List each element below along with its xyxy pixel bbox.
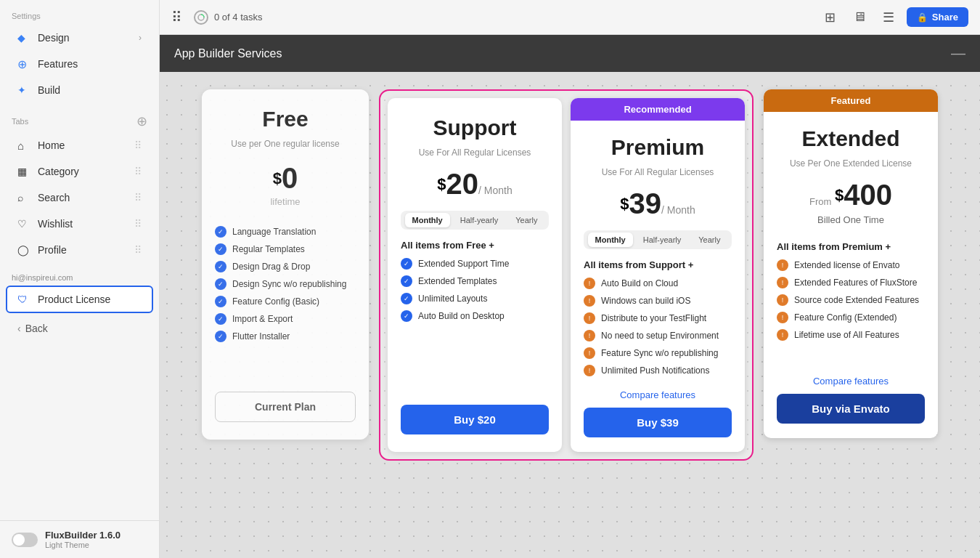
support-plan-name: Support: [401, 116, 549, 140]
premium-price-prefix: $: [620, 195, 629, 213]
monitor-icon[interactable]: 🖥: [849, 7, 870, 28]
extended-all-from: All items from Premium +: [777, 241, 925, 252]
sidebar-item-profile[interactable]: ◯ Profile ⠿: [6, 238, 153, 262]
free-plan-name: Free: [215, 107, 356, 132]
premium-plan-price: $39/ Month: [584, 185, 732, 223]
extended-features-list: !Extended license of Envato !Extended Fe…: [777, 259, 925, 341]
feature-item: ✓Flutter Installer: [215, 331, 356, 342]
features-icon: ⊕: [17, 57, 30, 70]
feature-item: !Auto Build on Cloud: [584, 278, 732, 289]
halfyearly-button[interactable]: Half-yearly: [453, 213, 506, 227]
buy-support-button[interactable]: Buy $20: [401, 405, 549, 434]
feature-item: !Unlimited Push Notifications: [584, 365, 732, 376]
support-all-from: All items from Free +: [401, 240, 549, 251]
grid-icon[interactable]: ⠿: [171, 9, 182, 26]
sidebar-item-search[interactable]: ⌕ Search ⠿: [6, 185, 153, 210]
category-label: Category: [38, 166, 79, 177]
build-label: Build: [38, 84, 60, 96]
premium-yearly-button[interactable]: Yearly: [691, 232, 727, 247]
share-label: Share: [932, 12, 958, 23]
yearly-button[interactable]: Yearly: [508, 213, 544, 227]
feature-item: !Lifetime use of All Features: [777, 329, 925, 341]
theme-label: Light Theme: [45, 541, 121, 549]
support-billing-toggle: Monthly Half-yearly Yearly: [401, 211, 549, 230]
premium-price-value: 39: [629, 187, 662, 219]
premium-plan-desc: Use For All Regular Licenses: [584, 167, 732, 177]
feature-item: !Extended license of Envato: [777, 259, 925, 271]
feature-item: !Distribute to your TestFlight: [584, 312, 732, 324]
premium-halfyearly-button[interactable]: Half-yearly: [636, 232, 689, 247]
free-period: lifetime: [215, 196, 356, 207]
sidebar-item-build[interactable]: ✦ Build: [6, 78, 153, 102]
theme-toggle[interactable]: [12, 533, 38, 547]
add-tab-icon[interactable]: ⊕: [136, 113, 147, 129]
chevron-down-icon: ›: [139, 33, 142, 43]
sidebar-item-category[interactable]: ▦ Category ⠿: [6, 159, 153, 184]
task-text: 0 of 4 tasks: [214, 12, 262, 23]
drag-handle-icon: ⠿: [134, 192, 142, 203]
wishlist-icon: ♡: [17, 217, 30, 230]
drag-handle-icon: ⠿: [134, 218, 142, 230]
tabs-label: Tabs: [12, 117, 28, 126]
task-progress[interactable]: 0 of 4 tasks: [194, 10, 262, 25]
check-icon: ✓: [215, 313, 226, 325]
user-email: hi@inspireui.com: [0, 263, 159, 285]
free-price-prefix: $: [273, 169, 282, 187]
feature-item: !Extended Features of FluxStore: [777, 277, 925, 288]
check-icon: ✓: [215, 243, 226, 255]
free-plan-card: Free Use per One regular license $0 life…: [202, 89, 369, 440]
topbar: ⠿ 0 of 4 tasks ⊞ 🖥 ☰ 🔒 Share: [160, 0, 980, 35]
orange-icon: !: [584, 347, 595, 359]
category-icon: ▦: [17, 165, 30, 178]
back-item[interactable]: ‹ Back: [6, 317, 153, 340]
sidebar-item-home[interactable]: ⌂ Home ⠿: [6, 133, 153, 158]
premium-plan-name: Premium: [584, 135, 732, 160]
free-price-value: 0: [282, 162, 298, 194]
support-price-value: 20: [446, 168, 479, 200]
feature-item: ✓Feature Config (Basic): [215, 296, 356, 307]
sidebar-item-design[interactable]: ◆ Design ›: [6, 25, 153, 50]
extended-price-from: From: [809, 196, 831, 207]
product-license-item[interactable]: 🛡 Product License: [6, 286, 153, 313]
premium-monthly-button[interactable]: Monthly: [588, 232, 633, 247]
buy-premium-button[interactable]: Buy $39: [584, 408, 732, 437]
product-license-label: Product License: [38, 294, 110, 305]
content-area: App Builder Services — Free Use per One …: [160, 35, 980, 558]
support-plan-desc: Use For All Regular Licenses: [401, 147, 549, 158]
extended-plan-name: Extended: [777, 126, 925, 151]
feature-item: !Feature Config (Extended): [777, 312, 925, 323]
sidebar-item-wishlist[interactable]: ♡ Wishlist ⠿: [6, 211, 153, 236]
check-icon: ✓: [401, 258, 412, 270]
buy-extended-button[interactable]: Buy via Envato: [777, 394, 925, 424]
settings-label: Settings: [0, 0, 159, 25]
list-icon[interactable]: ☰: [878, 7, 899, 28]
free-plan-desc: Use per One regular license: [215, 139, 356, 149]
premium-compare-link[interactable]: Compare features: [584, 389, 732, 400]
support-price-prefix: $: [437, 175, 446, 193]
screenshot-icon[interactable]: ⊞: [820, 7, 841, 28]
monthly-button[interactable]: Monthly: [405, 213, 450, 227]
extended-compare-link[interactable]: Compare features: [777, 376, 925, 387]
design-icon: ◆: [17, 31, 30, 44]
check-icon: ✓: [215, 296, 226, 307]
main-content: ⠿ 0 of 4 tasks ⊞ 🖥 ☰ 🔒 Share App Builder…: [160, 0, 980, 558]
search-label: Search: [38, 192, 70, 203]
feature-item: !Windows can build iOS: [584, 295, 732, 307]
current-plan-button[interactable]: Current Plan: [215, 392, 356, 422]
support-plan-price: $20/ Month: [401, 165, 549, 203]
pricing-area: Free Use per One regular license $0 life…: [160, 72, 980, 478]
sidebar-item-features[interactable]: ⊕ Features: [6, 52, 153, 76]
features-label: Features: [38, 58, 78, 70]
check-icon: ✓: [215, 331, 226, 342]
panel-close-button[interactable]: —: [951, 45, 965, 62]
footer-info: FluxBuilder 1.6.0 Light Theme: [45, 530, 121, 549]
sidebar-footer: FluxBuilder 1.6.0 Light Theme: [0, 520, 159, 558]
panel-header: App Builder Services —: [160, 35, 980, 72]
feature-item: ✓Design Sync w/o republishing: [215, 278, 356, 290]
share-button[interactable]: 🔒 Share: [907, 7, 968, 27]
support-features-list: ✓Extended Support Time ✓Extended Templat…: [401, 258, 549, 322]
check-icon: ✓: [215, 261, 226, 272]
orange-icon: !: [584, 365, 595, 376]
orange-icon: !: [584, 330, 595, 341]
extended-price-value: 400: [844, 179, 892, 211]
